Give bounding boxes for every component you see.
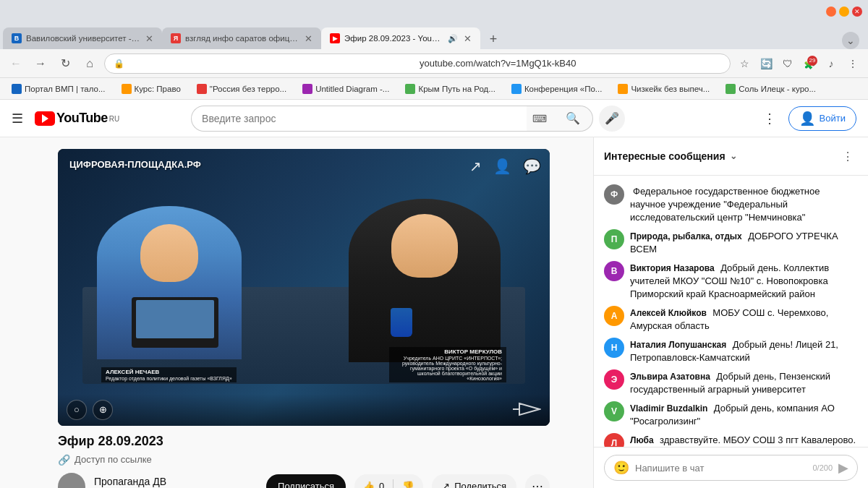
sign-in-label: Войти: [820, 113, 846, 124]
chat-message-4: Н Наталия Лопушанская Добрый день! Лицей…: [594, 335, 868, 367]
address-bar[interactable]: 🔒 youtube.com/watch?v=1MgQ1k-kB40: [104, 53, 731, 74]
tab-overflow-button[interactable]: ⌄: [842, 32, 859, 49]
share-video-icon[interactable]: ↗: [469, 158, 482, 175]
bookmark-konf[interactable]: Конференция «По...: [506, 82, 608, 95]
tab-close-vavil[interactable]: ✕: [145, 33, 153, 44]
chat-message-7: Л Люба здравствуйте. МБОУ СОШ 3 пгт Кава…: [594, 430, 868, 447]
reload-button[interactable]: ↻: [55, 53, 75, 74]
new-tab-button[interactable]: +: [483, 29, 503, 49]
video-laptop: [132, 297, 218, 348]
chat-message-5: Э Эльвира Азатовна Добрый день, Пензенск…: [594, 367, 868, 398]
chat-username-5: Эльвира Азатовна: [630, 372, 710, 382]
chat-sidebar: Интересные сообщения ⌄ ⋮ Ф Федеральное г…: [593, 137, 868, 488]
video-access: 🔗 Доступ по ссылке: [58, 454, 550, 466]
bookmark-rossiya[interactable]: "Россия без терро...: [191, 82, 292, 95]
yt-logo-ru: RU: [109, 115, 119, 123]
video-actions: Пропаганда ДВ 1,77 тыс. подписчиков Подп…: [58, 473, 550, 488]
video-person-left: [97, 206, 242, 387]
hamburger-menu-button[interactable]: ☰: [12, 111, 23, 127]
home-button[interactable]: ⌂: [80, 53, 100, 74]
share-icon: ↗: [442, 481, 450, 488]
bookmark-diagram[interactable]: Untitled Diagram -...: [297, 82, 395, 95]
chat-avatar-5: Э: [604, 369, 624, 390]
chat-msg-content-2: Виктория Назарова Добрый день. Коллектив…: [630, 261, 858, 300]
voice-search-button[interactable]: 🎤: [599, 106, 625, 132]
chat-bubble-icon[interactable]: 💬: [523, 158, 541, 175]
chat-input-row: 🙂 0/200 ▶: [604, 455, 858, 481]
share-button[interactable]: ↗ Поделиться: [432, 474, 516, 488]
mic-icon: 🎤: [605, 111, 619, 125]
bookmark-label-kurs: Курс: Право: [135, 85, 181, 93]
tab-favicon-vavil: В: [12, 33, 22, 43]
video-zoom-btn[interactable]: ⊕: [93, 400, 113, 420]
link-icon: 🔗: [58, 454, 70, 466]
search-button[interactable]: 🔍: [553, 106, 593, 132]
yt-music-icon[interactable]: ♪: [822, 54, 841, 73]
channel-avatar: [58, 473, 85, 488]
bookmark-portal[interactable]: Портал ВМП | тало...: [6, 82, 111, 95]
yt-logo[interactable]: YouTube RU: [35, 111, 119, 126]
video-watermark-bottom: [512, 402, 541, 418]
nav-bar: ← → ↻ ⌂ 🔒 youtube.com/watch?v=1MgQ1k-kB4…: [0, 49, 868, 78]
chat-avatar-7: Л: [604, 433, 624, 447]
bookmarks-bar: Портал ВМП | тало... Курс: Право "Россия…: [0, 78, 868, 100]
tab-close-youtube[interactable]: ✕: [464, 33, 472, 44]
tab-vavil[interactable]: В Вавиловский университет - Оф... ✕: [3, 27, 162, 49]
chat-avatar-4: Н: [604, 338, 624, 358]
tab-audio-icon[interactable]: 🔊: [446, 32, 459, 45]
chat-title[interactable]: Интересные сообщения ⌄: [604, 150, 737, 162]
back-button[interactable]: ←: [6, 53, 26, 74]
channel-info: Пропаганда ДВ 1,77 тыс. подписчиков: [94, 476, 258, 488]
chat-more-button[interactable]: ⋮: [838, 146, 858, 166]
more-options-button[interactable]: ⋮: [757, 106, 783, 132]
chat-avatar-6: V: [604, 401, 624, 421]
chat-message-0: Ф Федеральное государственное бюджетное …: [594, 181, 868, 226]
keyboard-button[interactable]: ⌨: [527, 106, 553, 132]
like-dislike-widget: 👍 0 👎: [354, 474, 423, 488]
title-bar: ✕: [0, 0, 868, 23]
search-icon: 🔍: [566, 111, 580, 125]
share-label: Поделиться: [454, 481, 506, 488]
browser-chrome: ✕ В Вавиловский университет - Оф... ✕ Я …: [0, 0, 868, 100]
bookmark-favicon-kurs: [122, 84, 132, 94]
forward-button[interactable]: →: [30, 53, 51, 74]
sign-in-button[interactable]: 👤 Войти: [788, 106, 856, 131]
dislike-button[interactable]: 👎: [393, 474, 423, 488]
subscribe-button[interactable]: Подписаться: [266, 474, 346, 488]
chat-username-7: Люба: [630, 435, 654, 445]
emoji-button[interactable]: 🙂: [613, 460, 629, 476]
bookmark-kurs[interactable]: Курс: Право: [116, 82, 187, 95]
browser-shield-icon[interactable]: 🛡: [778, 54, 797, 73]
bookmark-sol[interactable]: Соль Илецк - куро...: [720, 82, 822, 95]
chat-input[interactable]: [635, 463, 807, 474]
tab-youtube[interactable]: ▶ Эфир 28.09.2023 - YouTube 🔊 ✕: [321, 27, 480, 49]
close-button[interactable]: ✕: [852, 7, 862, 17]
browser-toolbar-icons: ☆ 🔄 🛡 🧩 29 ♪ ⋮: [735, 54, 862, 73]
tab-close-vzglyad[interactable]: ✕: [305, 33, 312, 44]
bookmark-star-icon[interactable]: ☆: [735, 54, 754, 73]
bookmark-cheesecake[interactable]: Чизкейк без выпеч...: [612, 82, 715, 95]
tab-vzglyad[interactable]: Я взгляд инфо саратов официаль... ✕: [162, 27, 321, 49]
tab-favicon-youtube: ▶: [330, 33, 340, 43]
chat-header: Интересные сообщения ⌄ ⋮: [594, 137, 868, 176]
chat-messages: Ф Федеральное государственное бюджетное …: [594, 176, 868, 447]
chat-msg-content-1: Природа, рыбалка, отдых ДОБРОГО УТРЕЧКА …: [630, 229, 858, 255]
bookmark-krym[interactable]: Крым Путь на Род...: [399, 82, 501, 95]
video-search-btn[interactable]: ○: [67, 400, 87, 420]
chat-avatar-3: А: [604, 306, 624, 326]
browser-refresh-icon[interactable]: 🔄: [757, 54, 775, 73]
chat-avatar-1: П: [604, 229, 624, 249]
search-input[interactable]: [191, 106, 527, 132]
chat-msg-content-4: Наталия Лопушанская Добрый день! Лицей 2…: [630, 338, 858, 364]
video-controls: ○ ⊕: [58, 394, 550, 426]
restore-button[interactable]: [839, 7, 849, 17]
more-button[interactable]: ⋯: [525, 474, 550, 488]
minimize-button[interactable]: [826, 7, 836, 17]
like-button[interactable]: 👍 0: [354, 474, 393, 488]
chat-send-button[interactable]: ▶: [838, 460, 848, 476]
video-player[interactable]: ЦИФРОВАЯ-ПЛОЩАДКА.РФ ↗ 👤 💬 АЛЕКСЕЙ НЕЧАЕ…: [58, 149, 550, 426]
add-person-icon[interactable]: 👤: [493, 158, 511, 175]
url-text: youtube.com/watch?v=1MgQ1k-kB40: [420, 58, 721, 69]
settings-icon[interactable]: ⋮: [843, 54, 862, 73]
chat-message-1: П Природа, рыбалка, отдых ДОБРОГО УТРЕЧК…: [594, 226, 868, 258]
